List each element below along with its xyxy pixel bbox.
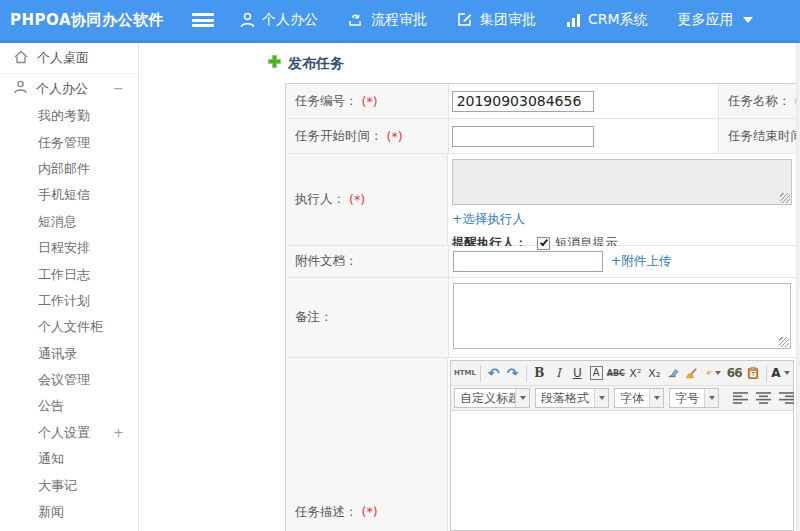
underline-button[interactable]: U — [568, 363, 586, 383]
workflow-export-icon — [348, 12, 364, 28]
italic-button[interactable]: I — [549, 363, 567, 383]
publish-task-form: 任务编号：(*) 任务名称：(*) 任务开始时间：(*) 任务结束时间：(*) — [285, 83, 796, 531]
sidebar-submenu-item[interactable]: 公告 — [0, 393, 138, 419]
sidebar-submenu-item[interactable]: 通讯录 — [0, 341, 138, 367]
app-header: PHPOA协同办公软件 个人办公 流程审批 集团审批 CRM系统 — [0, 0, 800, 40]
sidebar-submenu-item[interactable]: 手机短信 — [0, 182, 138, 208]
user-icon — [240, 12, 255, 28]
row-task-start-time: 任务开始时间：(*) 任务结束时间：(*) — [286, 118, 796, 153]
nav-workflow-approval[interactable]: 流程审批 — [348, 11, 427, 29]
sidebar-submenu-item[interactable]: 内部邮件 — [0, 156, 138, 182]
sidebar-submenu-item[interactable]: 任务管理 — [0, 129, 138, 155]
chevron-down-icon — [654, 396, 660, 400]
start-time-label: 任务开始时间：(*) — [286, 119, 449, 153]
home-icon — [14, 50, 28, 67]
bold-button[interactable]: B — [530, 363, 548, 383]
sidebar-submenu-item[interactable]: 工作计划 — [0, 288, 138, 314]
remark-label: 备注： — [286, 278, 449, 357]
check-icon — [540, 238, 548, 247]
align-right-icon[interactable] — [776, 388, 796, 408]
sidebar-submenu-item[interactable]: 我的考勤 — [0, 103, 138, 129]
html-source-button[interactable]: HTML — [454, 363, 476, 383]
svg-text:T: T — [751, 371, 756, 377]
blockquote-button[interactable]: 66 — [725, 363, 743, 383]
task-number-input[interactable] — [452, 91, 594, 112]
sidebar-submenu-item[interactable]: 个人文件柜 — [0, 314, 138, 340]
sidebar-item-personal-office[interactable]: 个人办公 − — [0, 74, 138, 103]
attachment-input[interactable] — [453, 251, 603, 272]
choose-executor-link[interactable]: +选择执行人 — [452, 211, 525, 226]
user-icon — [14, 80, 27, 97]
sidebar-submenu-item[interactable]: 通知 — [0, 446, 138, 472]
undo-icon[interactable]: ↶ — [485, 363, 503, 383]
page-title: 发布任务 — [267, 54, 344, 73]
attachment-label: 附件文档： — [286, 246, 449, 277]
sidebar-submenu-item[interactable]: 个人设置 + — [0, 420, 138, 446]
rich-text-editor: HTML ↶ ↷ B I U A ABC X² X₂ — [450, 360, 794, 531]
start-time-input[interactable] — [452, 126, 594, 147]
font-style-button[interactable]: A — [587, 363, 605, 383]
bar-chart-icon — [566, 13, 581, 28]
edit-square-icon — [457, 12, 473, 28]
nav-group-approval[interactable]: 集团审批 — [457, 11, 536, 29]
editor-toolbar-row1: HTML ↶ ↷ B I U A ABC X² X₂ — [451, 361, 793, 386]
chevron-down-icon — [709, 396, 715, 400]
redo-icon[interactable]: ↷ — [504, 363, 522, 383]
strikethrough-button[interactable]: ABC — [606, 363, 625, 383]
resize-grip[interactable] — [780, 193, 790, 203]
resize-grip[interactable] — [779, 337, 789, 347]
row-description: 任务描述：(*) HTML ↶ ↷ B I U A — [286, 357, 796, 531]
chevron-down-icon — [599, 396, 605, 400]
nav-personal-office[interactable]: 个人办公 — [240, 11, 318, 29]
add-task-icon — [267, 54, 282, 73]
paragraph-format-select[interactable]: 段落格式 — [535, 388, 609, 408]
clean-format-broom-icon[interactable] — [683, 363, 701, 383]
font-size-select[interactable]: 字号 — [669, 388, 719, 408]
sidebar-submenu-item[interactable]: 日程安排 — [0, 235, 138, 261]
executor-label: 执行人：(*) — [286, 154, 448, 245]
end-time-label: 任务结束时间：(*) — [719, 119, 796, 153]
sms-remind-checkbox[interactable] — [537, 237, 550, 250]
collapse-icon[interactable]: − — [113, 81, 124, 96]
sidebar: 个人桌面 个人办公 − 我的考勤 任务管理 内部邮件 手机 — [0, 43, 139, 531]
superscript-button[interactable]: X² — [626, 363, 644, 383]
app-logo: PHPOA协同办公软件 — [10, 11, 170, 30]
chevron-down-icon — [784, 371, 790, 375]
task-name-label: 任务名称：(*) — [719, 84, 796, 118]
top-nav: 个人办公 流程审批 集团审批 CRM系统 更多应用 — [240, 11, 783, 29]
auto-typeset-icon[interactable] — [702, 363, 724, 383]
sidebar-submenu-item[interactable]: 新闻 — [0, 499, 138, 525]
task-number-label: 任务编号：(*) — [286, 84, 449, 118]
remark-textarea[interactable] — [453, 283, 791, 349]
custom-title-select[interactable]: 自定义标题 — [454, 388, 530, 408]
main-content: 发布任务 任务编号：(*) 任务名称：(*) 任务开始时间：(*) 任务结束时 — [139, 43, 796, 531]
align-left-icon[interactable] — [730, 388, 751, 408]
row-task-number: 任务编号：(*) 任务名称：(*) — [286, 84, 796, 118]
sidebar-submenu-item[interactable]: 短消息 — [0, 209, 138, 235]
align-center-icon[interactable] — [753, 388, 774, 408]
row-executor: 执行人：(*) +选择执行人 提醒执行人： 短消息提示 — [286, 153, 796, 245]
sidebar-item-desktop[interactable]: 个人桌面 — [0, 43, 138, 73]
chevron-down-icon — [520, 396, 526, 400]
nav-crm-system[interactable]: CRM系统 — [566, 11, 648, 29]
row-remark: 备注： — [286, 277, 796, 357]
sidebar-submenu-item[interactable]: 工作日志 — [0, 261, 138, 287]
chevron-down-icon — [743, 17, 753, 23]
subscript-button[interactable]: X₂ — [645, 363, 663, 383]
nav-more-apps[interactable]: 更多应用 — [678, 11, 753, 29]
font-color-button[interactable]: A — [771, 363, 790, 383]
chevron-down-icon — [715, 371, 721, 375]
eraser-icon[interactable] — [664, 363, 682, 383]
editor-content-area[interactable] — [451, 411, 793, 530]
attachment-upload-link[interactable]: +附件上传 — [611, 253, 671, 270]
paste-text-icon[interactable]: T — [744, 363, 762, 383]
expand-icon: + — [113, 425, 124, 440]
font-family-select[interactable]: 字体 — [614, 388, 664, 408]
description-label: 任务描述：(*) — [286, 358, 448, 531]
editor-toolbar-row2: 自定义标题 段落格式 字体 字号 — [451, 386, 793, 411]
sidebar-submenu-item[interactable]: 大事记 — [0, 472, 138, 498]
executor-textarea[interactable] — [452, 159, 792, 205]
sidebar-submenu-item[interactable]: 会议管理 — [0, 367, 138, 393]
menu-toggle-icon[interactable] — [192, 13, 214, 27]
vertical-scrollbar[interactable] — [796, 43, 800, 531]
